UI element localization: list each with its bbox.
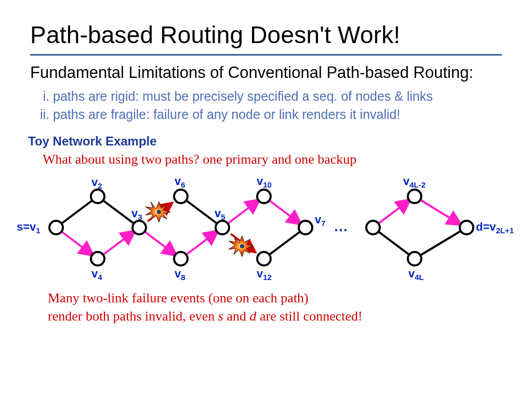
limitation-list: paths are rigid: must be precisely speci…: [30, 87, 502, 124]
svg-point-26: [257, 252, 271, 265]
point-i: paths are rigid: must be precisely speci…: [53, 87, 502, 105]
label-v10: v10: [257, 175, 272, 189]
label-d: d=v2L+1: [476, 220, 514, 235]
label-v4: v4: [91, 267, 102, 282]
network-diagram: s=v1 v2 v3 v4 v6 v5 v8 v10 v7 v12 v4L-2 …: [20, 170, 518, 285]
svg-point-28: [366, 221, 380, 234]
nodes: [49, 190, 473, 265]
question-text: What about using two paths? one primary …: [43, 152, 502, 167]
primary-edges: [56, 196, 467, 259]
label-v12: v12: [257, 267, 272, 282]
label-v4l-2: v4L-2: [403, 175, 425, 189]
svg-point-27: [299, 221, 312, 234]
toy-heading: Toy Network Example: [28, 134, 502, 149]
svg-point-24: [216, 221, 229, 234]
svg-point-31: [460, 221, 473, 234]
label-v3: v3: [131, 207, 142, 221]
label-v4l: v4L: [408, 267, 424, 282]
label-v5: v5: [215, 207, 225, 221]
ellipsis: …: [334, 218, 348, 235]
slide-title: Path-based Routing Doesn't Work!: [30, 21, 502, 49]
svg-point-22: [174, 190, 188, 203]
label-v7: v7: [315, 213, 326, 228]
svg-point-17: [240, 244, 244, 248]
svg-line-13: [415, 196, 461, 225]
svg-point-16: [157, 210, 161, 214]
svg-point-18: [49, 221, 63, 234]
label-s: s=v1: [17, 220, 41, 235]
label-v6: v6: [175, 175, 185, 189]
svg-point-25: [257, 190, 271, 203]
svg-point-23: [174, 252, 188, 265]
label-v2: v2: [91, 176, 102, 190]
title-rule: [30, 54, 502, 56]
svg-point-30: [408, 252, 421, 265]
svg-line-5: [415, 228, 467, 259]
svg-point-20: [91, 252, 104, 265]
svg-point-29: [408, 190, 421, 203]
conclusion-text: Many two-link failure events (one on eac…: [48, 289, 502, 325]
label-v8: v8: [175, 267, 185, 282]
subtitle: Fundamental Limitations of Conventional …: [30, 63, 502, 83]
svg-point-21: [132, 221, 146, 234]
failure-icon: [229, 236, 254, 257]
point-ii: paths are fragile: failure of any node o…: [53, 105, 502, 124]
slide-body: Path-based Routing Doesn't Work! Fundame…: [0, 0, 532, 325]
svg-point-19: [91, 190, 104, 203]
